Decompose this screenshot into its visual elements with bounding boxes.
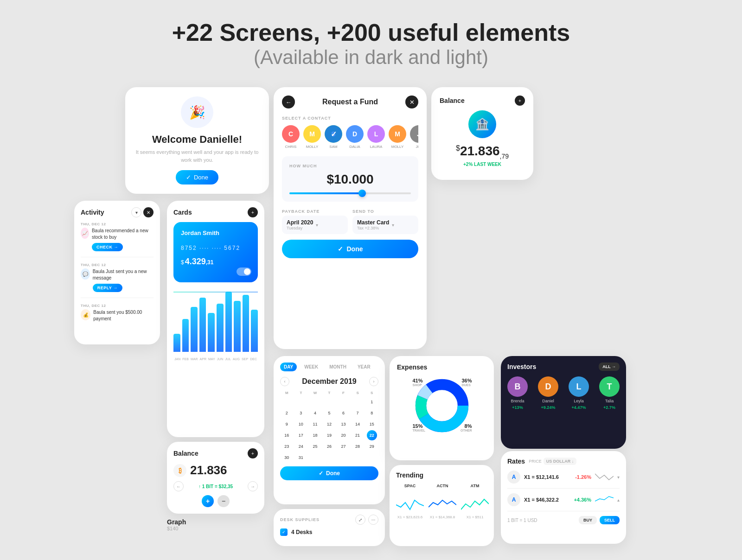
cal-day-21[interactable]: 21 [352, 430, 363, 440]
cal-day-18[interactable]: 18 [310, 430, 320, 440]
contact-dalia[interactable]: D DALIA [346, 125, 364, 149]
cal-day-31[interactable]: 31 [296, 452, 306, 463]
activity-chevron-btn[interactable]: ▾ [131, 207, 141, 217]
cal-day-14[interactable]: 14 [352, 419, 363, 429]
tab-week[interactable]: WEEK [301, 363, 322, 371]
chart-label-may: MAY [208, 357, 215, 361]
chart-label-dec: DEC [250, 357, 257, 361]
cal-day-27[interactable]: 27 [339, 441, 349, 452]
balance-add-btn[interactable]: + [515, 95, 525, 106]
cal-day-22-today[interactable]: 22 [367, 430, 377, 440]
balance-large-card: Balance + 🏦 $21.836,79 +2% LAST WEEK [431, 87, 533, 180]
chart-line [173, 292, 258, 293]
cal-done-button[interactable]: ✓ Done [280, 466, 378, 480]
rf-close-button[interactable]: ✕ [405, 95, 418, 108]
headline-2: (Available in dark and light) [0, 46, 742, 69]
expense-label-travel: 15% TRAVEL [413, 423, 425, 432]
contact-avatar-sam: S [325, 125, 342, 143]
cal-day-16[interactable]: 16 [281, 430, 292, 440]
contact-chris[interactable]: C CHRIS [282, 125, 300, 149]
cal-day-11[interactable]: 11 [310, 419, 320, 429]
rf-back-button[interactable]: ← [282, 95, 295, 108]
amount-slider[interactable] [289, 192, 411, 194]
cal-day-7[interactable]: 7 [352, 408, 363, 418]
cal-next-btn[interactable]: › [369, 377, 378, 386]
cal-day-9[interactable]: 9 [281, 419, 292, 429]
cal-day-13[interactable]: 13 [339, 419, 349, 429]
btc-icon: ₿ [173, 464, 186, 477]
page-header: +22 Screens, +200 useful elements (Avail… [0, 0, 742, 83]
cards-panel: Cards + Jordan Smith 8752 ···· ···· 5672… [167, 201, 264, 437]
cal-day-17[interactable]: 17 [296, 430, 306, 440]
chart-label-jul: JUL [225, 357, 230, 361]
payback-date-select[interactable]: April 2020 Tuesday ▾ [282, 216, 348, 234]
cal-day-25[interactable]: 25 [310, 441, 320, 452]
cal-day-10[interactable]: 10 [296, 419, 306, 429]
calendar-grid: M T W T F S S 1 2 3 4 5 [280, 391, 378, 463]
desk-check-icon: ✓ [280, 528, 288, 536]
contact-molly2[interactable]: M MOLLY [389, 125, 406, 149]
welcome-done-button[interactable]: ✓ Done [176, 170, 218, 185]
investor-avatar-brenda: B [507, 376, 528, 397]
cal-day-29[interactable]: 29 [367, 441, 377, 452]
send-to-label: SEND TO [352, 209, 418, 214]
cal-day-30[interactable]: 30 [281, 452, 292, 463]
balance-btc-add-btn[interactable]: + [248, 448, 258, 458]
cal-day-23[interactable]: 23 [281, 441, 292, 452]
investors-all-btn[interactable]: ALL → [599, 363, 620, 371]
reply-button[interactable]: REPLY → [93, 284, 122, 292]
check-button[interactable]: CHECK → [92, 243, 123, 251]
investor-pct-leyla: +4.47% [572, 405, 586, 410]
rates-buy-btn[interactable]: BUY [579, 516, 597, 524]
welcome-desc: It seems everything went well and your a… [134, 148, 260, 164]
contact-molly1[interactable]: M MOLLY [303, 125, 321, 149]
tab-day[interactable]: DAY [280, 363, 297, 371]
contact-sam[interactable]: S SAM [325, 125, 342, 149]
cal-day-2[interactable]: 2 [281, 408, 292, 418]
tab-month[interactable]: MONTH [326, 363, 350, 371]
rates-footer: 1 BIT = 1 USD BUY SELL [507, 516, 620, 524]
tab-year[interactable]: YEAR [354, 363, 374, 371]
rf-done-button[interactable]: ✓ Done [282, 240, 418, 258]
contact-jim[interactable]: J JIM [410, 125, 418, 149]
rates-sell-btn[interactable]: SELL [600, 516, 620, 524]
cal-day-6[interactable]: 6 [339, 408, 349, 418]
cal-day-15[interactable]: 15 [367, 419, 377, 429]
desk-more-btn[interactable]: ··· [368, 515, 378, 525]
cal-done-label: Done [326, 470, 340, 477]
activity-payment-icon: 💰 [81, 309, 90, 320]
slider-thumb [358, 190, 366, 197]
bar-3 [191, 307, 198, 352]
card-toggle[interactable] [237, 267, 251, 276]
cards-panel-header: Cards + [173, 207, 258, 217]
investor-leyla: L Leyla +4.47% [569, 376, 589, 410]
trending-spac-label: SPAC [396, 484, 424, 488]
investor-name-daniel: Daniel [542, 399, 554, 403]
cal-day-24[interactable]: 24 [296, 441, 306, 452]
activity-item-2: THU, DEC 12 💬 Baula Just sent you a new … [81, 263, 154, 298]
desk-supplies-card: DESK SUPPLIES ⤢ ··· ✓ 4 Desks [274, 509, 385, 546]
btc-prev-btn[interactable]: ← [173, 481, 184, 491]
cal-day-28[interactable]: 28 [352, 441, 363, 452]
desk-compress-btn[interactable]: ⤢ [355, 515, 365, 525]
cal-day-3[interactable]: 3 [296, 408, 306, 418]
cal-day-8[interactable]: 8 [367, 408, 377, 418]
btc-next-btn[interactable]: → [248, 481, 258, 491]
slider-fill [289, 192, 362, 194]
chart-labels: JAN FEB MAR APR MAY JUN JUL AUG SEP DEC [173, 357, 258, 361]
contact-laura[interactable]: L LAURA [367, 125, 385, 149]
cal-day-5[interactable]: 5 [324, 408, 334, 418]
cal-day-1[interactable]: 1 [367, 397, 377, 407]
cal-day-19[interactable]: 19 [324, 430, 334, 440]
cal-day-26[interactable]: 26 [324, 441, 334, 452]
cal-day-4[interactable]: 4 [310, 408, 320, 418]
btc-minus-btn[interactable]: − [217, 495, 230, 507]
calendar-days-of-week: M T W T F S S [280, 391, 378, 395]
btc-add-btn[interactable]: + [202, 495, 214, 507]
activity-close-btn[interactable]: ✕ [143, 207, 154, 217]
cal-day-12[interactable]: 12 [324, 419, 334, 429]
cards-add-btn[interactable]: + [248, 207, 258, 217]
cal-day-20[interactable]: 20 [339, 430, 349, 440]
cal-prev-btn[interactable]: ‹ [280, 377, 289, 386]
send-to-select[interactable]: Master Card Tax +2.38% ▾ [352, 216, 418, 234]
